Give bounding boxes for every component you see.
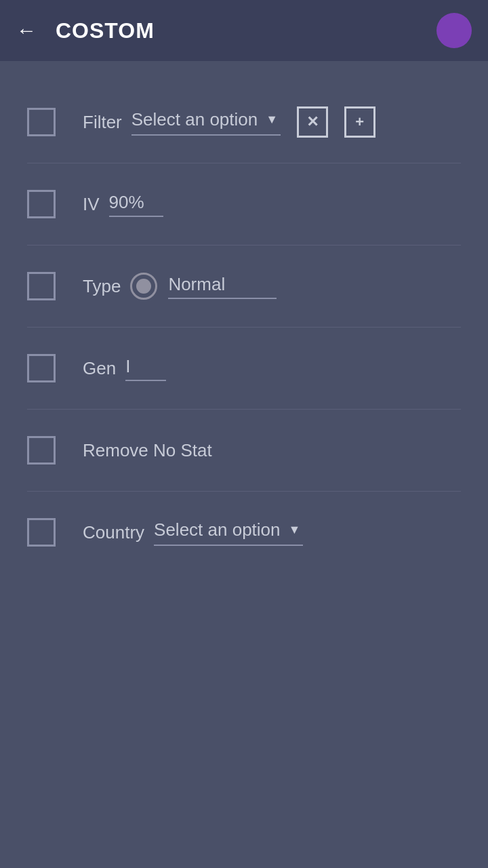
country-checkbox[interactable] bbox=[27, 518, 56, 547]
iv-label: IV bbox=[83, 194, 100, 215]
type-label: Type bbox=[83, 276, 121, 297]
remove-no-stat-checkbox[interactable] bbox=[27, 436, 56, 465]
iv-value-wrapper: 90% bbox=[109, 192, 163, 217]
iv-checkbox[interactable] bbox=[27, 190, 56, 218]
gen-label: Gen bbox=[83, 358, 116, 379]
back-button[interactable]: ← bbox=[16, 19, 37, 42]
gen-row: Gen I bbox=[0, 328, 488, 409]
iv-row: IV 90% bbox=[0, 163, 488, 245]
type-control-wrapper: Normal bbox=[130, 273, 277, 300]
radio-inner-dot bbox=[136, 279, 151, 294]
country-row: Country Select an option ▼ bbox=[0, 492, 488, 573]
country-label: Country bbox=[83, 522, 144, 543]
app-header: ← COSTOM bbox=[0, 0, 488, 61]
filter-row: Filter Select an option ▼ ✕ + bbox=[0, 81, 488, 163]
plus-icon: + bbox=[355, 113, 364, 131]
type-row: Type Normal bbox=[0, 245, 488, 327]
remove-no-stat-label: Remove No Stat bbox=[83, 440, 212, 461]
filter-select-wrapper: Select an option ▼ ✕ + bbox=[131, 106, 461, 138]
page-title: COSTOM bbox=[56, 18, 155, 43]
filter-label: Filter bbox=[83, 112, 122, 133]
remove-no-stat-row: Remove No Stat bbox=[0, 410, 488, 491]
country-select-dropdown[interactable]: Select an option ▼ bbox=[154, 519, 303, 546]
country-dropdown-arrow-icon: ▼ bbox=[289, 523, 301, 537]
x-icon: ✕ bbox=[306, 113, 319, 131]
iv-value[interactable]: 90% bbox=[109, 192, 163, 217]
gen-value-wrapper: I bbox=[125, 356, 166, 381]
filter-add-button[interactable]: + bbox=[344, 106, 375, 138]
filter-dropdown-arrow-icon: ▼ bbox=[266, 113, 278, 127]
type-radio-button[interactable] bbox=[130, 273, 157, 300]
avatar[interactable] bbox=[436, 13, 472, 48]
gen-checkbox[interactable] bbox=[27, 354, 56, 382]
country-select-text: Select an option bbox=[154, 519, 280, 540]
content-area: Filter Select an option ▼ ✕ + IV 90% Typ… bbox=[0, 61, 488, 593]
country-select-wrapper: Select an option ▼ bbox=[154, 519, 303, 546]
type-value[interactable]: Normal bbox=[168, 274, 277, 299]
filter-select-text: Select an option bbox=[131, 109, 258, 130]
filter-select-dropdown[interactable]: Select an option ▼ bbox=[131, 109, 281, 136]
filter-checkbox[interactable] bbox=[27, 108, 56, 136]
gen-value[interactable]: I bbox=[125, 356, 166, 381]
type-checkbox[interactable] bbox=[27, 272, 56, 300]
filter-clear-button[interactable]: ✕ bbox=[297, 106, 328, 138]
